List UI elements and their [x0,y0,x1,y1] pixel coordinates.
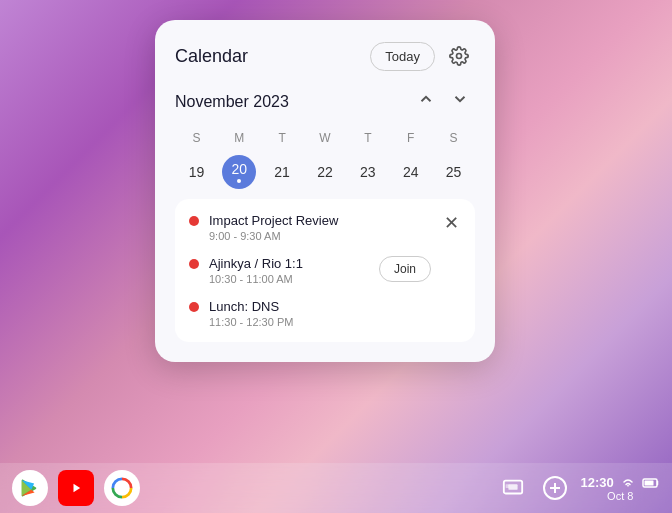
calendar-day-24[interactable]: 24 [394,155,428,189]
youtube-app[interactable] [58,470,94,506]
prev-month-button[interactable] [411,88,441,115]
event-name-2: Lunch: DNS [209,299,431,314]
date-time-display[interactable]: 12:30 Oct 8 [581,475,661,502]
month-navigation: November 2023 [175,88,475,115]
event-time-2: 11:30 - 12:30 PM [209,316,431,328]
screen-capture-button[interactable] [497,472,529,504]
calendar-days: 19 20 21 22 23 24 25 [175,155,475,189]
calendar-day-20[interactable]: 20 [222,155,256,189]
wifi-icon [620,477,636,489]
calendar-header: Calendar Today [175,40,475,72]
event-color-dot-0 [189,216,199,226]
date-display: Oct 8 [607,490,633,502]
event-action-1: Join [379,256,431,282]
calendar-day-23[interactable]: 23 [351,155,385,189]
taskbar: 12:30 Oct 8 [0,463,672,513]
calendar-day-25[interactable]: 25 [437,155,471,189]
svg-rect-5 [505,484,509,488]
screen-capture-icon [502,477,524,499]
weekday-sun: S [175,129,218,147]
calendar-day-22[interactable]: 22 [308,155,342,189]
calendar-day-19[interactable]: 19 [179,155,213,189]
close-button[interactable]: ✕ [437,209,465,237]
calendar-grid: S M T W T F S 19 20 21 22 23 24 25 [175,129,475,189]
event-name-0: Impact Project Review [209,213,431,228]
weekday-headers: S M T W T F S [175,129,475,147]
calendar-day-21[interactable]: 21 [265,155,299,189]
chevron-down-icon [451,90,469,108]
taskbar-apps [12,470,140,506]
join-button[interactable]: Join [379,256,431,282]
calendar-header-right: Today [370,40,475,72]
weekday-wed: W [304,129,347,147]
event-info-0: Impact Project Review 9:00 - 9:30 AM [209,213,431,242]
weekday-thu: T [346,129,389,147]
play-store-app[interactable] [12,470,48,506]
event-item-0: Impact Project Review 9:00 - 9:30 AM [189,213,461,242]
add-button[interactable] [539,472,571,504]
month-label: November 2023 [175,93,289,111]
svg-rect-10 [645,481,654,486]
event-item-2: Lunch: DNS 11:30 - 12:30 PM [189,299,461,328]
event-time-0: 9:00 - 9:30 AM [209,230,431,242]
event-item-1: Ajinkya / Rio 1:1 10:30 - 11:00 AM Join [189,256,461,285]
event-color-dot-2 [189,302,199,312]
weekday-tue: T [261,129,304,147]
taskbar-right: 12:30 Oct 8 [497,472,661,504]
events-section: ✕ Impact Project Review 9:00 - 9:30 AM A… [175,199,475,342]
time-text: 12:30 [581,475,614,490]
photos-app[interactable] [104,470,140,506]
month-nav-buttons [411,88,475,115]
svg-point-0 [457,54,462,59]
photos-icon [111,477,133,499]
gear-icon [449,46,469,66]
play-store-icon [19,477,41,499]
settings-button[interactable] [443,40,475,72]
calendar-widget: Calendar Today November 2023 [155,20,495,362]
battery-icon [642,477,660,489]
chevron-up-icon [417,90,435,108]
clock-display: 12:30 [581,475,661,490]
calendar-title: Calendar [175,46,248,67]
add-icon [543,476,567,500]
event-info-1: Ajinkya / Rio 1:1 10:30 - 11:00 AM [209,256,379,285]
event-time-1: 10:30 - 11:00 AM [209,273,379,285]
today-button[interactable]: Today [370,42,435,71]
weekday-mon: M [218,129,261,147]
event-info-2: Lunch: DNS 11:30 - 12:30 PM [209,299,431,328]
svg-rect-4 [508,484,517,490]
next-month-button[interactable] [445,88,475,115]
event-dot-indicator [237,179,241,183]
weekday-fri: F [389,129,432,147]
event-name-1: Ajinkya / Rio 1:1 [209,256,379,271]
youtube-icon [66,480,86,496]
event-color-dot-1 [189,259,199,269]
weekday-sat: S [432,129,475,147]
